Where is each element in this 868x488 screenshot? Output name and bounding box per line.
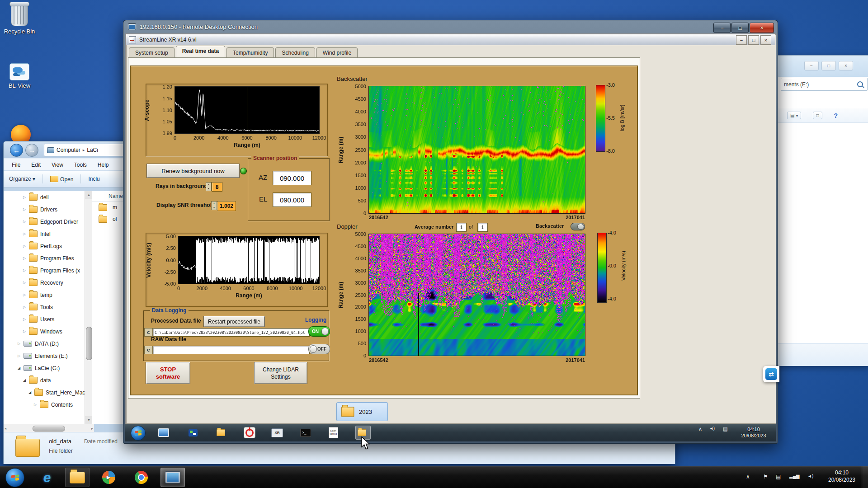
remote-tray-chevron-icon[interactable]: ∧ (698, 426, 702, 432)
scroll-left-button[interactable]: ◂ (5, 427, 6, 431)
close-button[interactable]: × (760, 35, 771, 45)
address-bar[interactable]: Computer ▸ LaCi (44, 144, 130, 156)
expander-icon[interactable]: ▷ (23, 195, 26, 199)
tab-temp-humidity[interactable]: Temp/humidity (226, 47, 274, 58)
tree-item-program-files-x[interactable]: ▷Program Files (x (4, 264, 85, 277)
tree-item-program-files[interactable]: ▷Program Files (4, 252, 85, 264)
expander-icon[interactable]: ◢ (18, 366, 20, 370)
expander-icon[interactable]: ▷ (23, 268, 26, 272)
tray-network-icon[interactable]: ▂▄▆ (789, 474, 799, 479)
remote-taskbar-display-icon[interactable] (156, 426, 171, 440)
snr-value-field[interactable]: 1.002 (217, 201, 236, 211)
tray-flag-icon[interactable]: ⚑ (763, 474, 768, 480)
renew-background-button[interactable]: Renew background now (146, 164, 240, 178)
organize-button[interactable]: Organize ▾ (9, 176, 35, 182)
menu-item-edit[interactable]: Edit (31, 162, 41, 168)
start-button[interactable] (5, 468, 24, 487)
expander-icon[interactable]: ▷ (23, 317, 26, 321)
expander-icon[interactable]: ▷ (23, 220, 26, 224)
tree-item-recovery[interactable]: ▷Recovery (4, 277, 85, 289)
close-button[interactable]: × (839, 61, 853, 70)
menu-item-view[interactable]: View (52, 162, 63, 168)
rays-value-field[interactable]: 8 (212, 182, 222, 192)
help-button[interactable]: ? (834, 112, 838, 119)
expander-icon[interactable]: ◢ (23, 378, 26, 382)
tree-item-contents[interactable]: ▷Contents (4, 399, 85, 411)
tray-chevron-icon[interactable]: ∧ (746, 474, 750, 480)
tree-item-edgeport-driver[interactable]: ▷Edgeport Driver (4, 216, 85, 228)
taskbar-chrome-icon[interactable] (129, 468, 153, 487)
remote-tray-grid-icon[interactable]: ▤ (723, 426, 727, 432)
remote-taskbar-xr-app-icon[interactable]: XR (269, 426, 285, 440)
el-value-field[interactable]: 090.000 (273, 192, 311, 207)
az-value-field[interactable]: 090.000 (273, 171, 311, 185)
expander-icon[interactable]: ▷ (18, 354, 20, 358)
tray-speaker-icon[interactable]: ◄) (807, 474, 813, 479)
tree-vertical-scrollbar[interactable]: ▲ ▼ (85, 191, 93, 424)
app-title-bar[interactable]: StreamLine XR v14-6.vi (126, 34, 775, 45)
expander-icon[interactable]: ▷ (23, 293, 26, 297)
taskbar-explorer-icon[interactable] (65, 468, 90, 487)
taskbar-rdp-icon[interactable] (160, 468, 185, 487)
tree-item-elements-e-[interactable]: ▷Elements (E:) (4, 350, 85, 362)
maximize-button[interactable]: □ (731, 23, 749, 33)
tree-item-users[interactable]: ▷Users (4, 313, 85, 325)
remote-taskbar-terminal-icon[interactable]: >_ (298, 426, 313, 440)
expander-icon[interactable]: ▷ (23, 232, 26, 236)
processed-logging-on-switch[interactable]: ON (308, 326, 330, 337)
remote-taskbar-folder-icon[interactable] (214, 426, 230, 440)
rays-spinner[interactable]: ▲▼ (206, 182, 212, 191)
show-desktop-button[interactable] (862, 466, 868, 488)
remote-taskbar-app-icon[interactable] (185, 426, 201, 440)
scroll-down-button[interactable]: ▼ (85, 416, 93, 424)
scrollbar-thumb[interactable] (86, 327, 92, 360)
raw-logging-off-switch[interactable]: OFF (308, 344, 330, 354)
raw-path-browse-button[interactable]: C (144, 346, 153, 354)
tree-horizontal-scrollbar[interactable]: ◂ ▸ (4, 424, 94, 432)
minimize-button[interactable]: − (804, 61, 819, 70)
expander-icon[interactable]: ▷ (23, 281, 26, 285)
tab-wind-profile[interactable]: Wind profile (316, 47, 358, 58)
tree-item-temp[interactable]: ▷temp (4, 289, 85, 301)
close-button[interactable]: × (750, 23, 774, 33)
minimize-button[interactable]: − (736, 35, 747, 45)
back-button[interactable]: ← (10, 144, 23, 157)
tree-item-intel[interactable]: ▷Intel (4, 228, 85, 240)
tree-item-lacie-g-[interactable]: ◢LaCie (G:) (4, 362, 85, 374)
remote-clock[interactable]: 04:10 20/08/2023 (735, 426, 773, 439)
forward-button[interactable]: → (25, 144, 38, 157)
expander-icon[interactable]: ▷ (23, 244, 26, 248)
views-button[interactable]: ▤▾ (787, 112, 801, 119)
menu-item-file[interactable]: File (12, 162, 20, 168)
tree-item-drivers[interactable]: ▷Drivers (4, 203, 85, 216)
remote-taskbar-scan-sched-icon[interactable]: Scansched (326, 426, 341, 440)
expander-icon[interactable]: ▷ (23, 305, 26, 309)
search-input[interactable]: ments (E:) (781, 78, 868, 91)
menu-item-tools[interactable]: Tools (74, 162, 87, 168)
expander-icon[interactable]: ▷ (34, 403, 37, 407)
restart-processed-file-button[interactable]: Restart processed file (203, 316, 265, 327)
host-clock[interactable]: 04:10 20/08/2023 (824, 469, 860, 483)
maximize-button[interactable]: □ (821, 61, 836, 70)
rdp-title-bar[interactable]: 192.168.0.150 - Remote Desktop Connectio… (123, 20, 782, 33)
taskbar-ie-icon[interactable]: e (35, 468, 59, 487)
breadcrumb-lacie[interactable]: LaCi (87, 147, 98, 153)
tree-item-start-here-mac-[interactable]: ◢Start_Here_Mac. (4, 386, 85, 399)
expander-icon[interactable]: ◢ (28, 390, 31, 394)
scrollbar-thumb[interactable] (33, 426, 65, 432)
tab-real-time-data[interactable]: Real time data (176, 46, 225, 58)
menu-item-help[interactable]: Help (98, 162, 109, 168)
stop-software-button[interactable]: STOP software (146, 362, 190, 384)
remote-start-button[interactable] (131, 426, 146, 441)
processed-path-browse-button[interactable]: C (144, 328, 153, 337)
tree-item-dell[interactable]: ▷dell (4, 191, 85, 203)
raw-path-field[interactable] (153, 346, 310, 354)
expander-icon[interactable]: ▷ (23, 256, 26, 260)
scroll-up-button[interactable]: ▲ (85, 191, 93, 199)
remote-taskbar-power-icon[interactable] (242, 426, 257, 440)
backscatter-toggle-switch[interactable] (571, 223, 585, 230)
tab-system-setup[interactable]: System setup (129, 47, 175, 58)
breadcrumb-computer[interactable]: Computer (57, 147, 80, 153)
expander-icon[interactable]: ▷ (23, 207, 26, 211)
tree-item-perflogs[interactable]: ▷PerfLogs (4, 240, 85, 252)
